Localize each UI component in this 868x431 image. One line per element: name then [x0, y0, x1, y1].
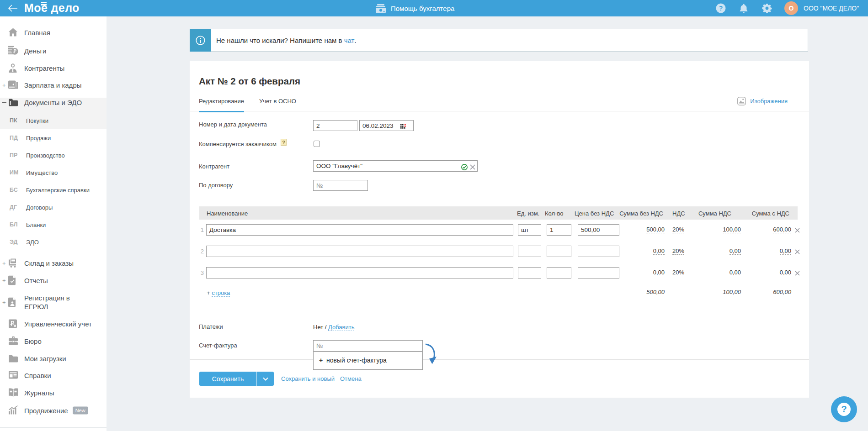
svg-text:?: ? — [719, 5, 723, 12]
